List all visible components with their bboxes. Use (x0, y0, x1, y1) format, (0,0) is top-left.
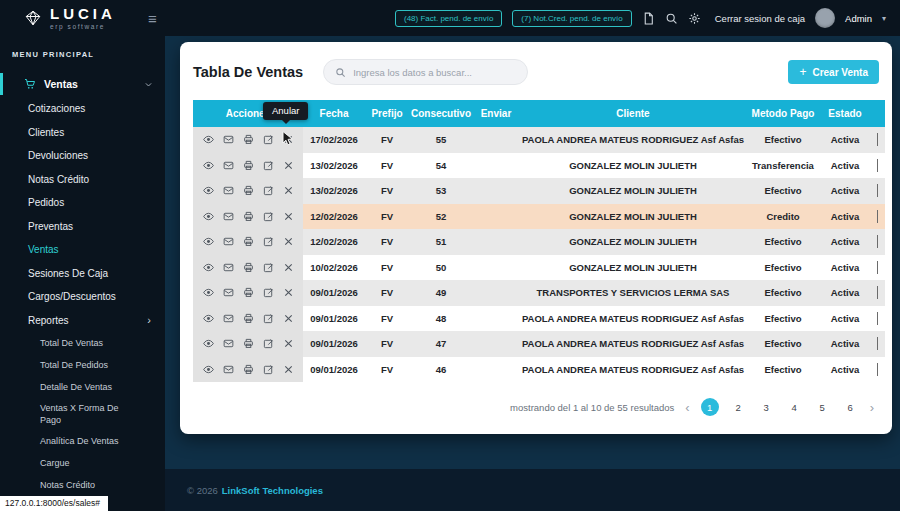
sidebar-item-label: Reportes (28, 315, 69, 326)
print-icon[interactable] (243, 364, 254, 375)
sidebar-item-total-de-pedidos[interactable]: Total De Pedidos (0, 354, 165, 376)
cancel-icon[interactable] (283, 185, 294, 196)
sidebar-item-ventas[interactable]: Ventas (0, 238, 165, 262)
document-icon[interactable] (642, 12, 655, 25)
search-icon[interactable] (665, 12, 678, 25)
page-button-4[interactable]: 4 (786, 399, 803, 416)
sidebar-item-notas-credito[interactable]: Notas Crédito (0, 168, 165, 192)
sidebar-item-total-de-ventas[interactable]: Total De Ventas (0, 332, 165, 354)
view-icon[interactable] (203, 185, 214, 196)
edit-icon[interactable] (263, 262, 274, 273)
print-icon[interactable] (243, 287, 254, 298)
sidebar-item-ventas[interactable]: Ventas (0, 71, 165, 97)
edit-icon[interactable] (263, 338, 274, 349)
prev-page-chevron[interactable]: ‹ (685, 401, 689, 414)
column-header-enviar: Enviar (473, 108, 519, 119)
view-icon[interactable] (203, 262, 214, 273)
email-icon[interactable] (223, 262, 234, 273)
view-icon[interactable] (203, 287, 214, 298)
print-icon[interactable] (243, 211, 254, 222)
sidebar-item-clientes[interactable]: Clientes (0, 121, 165, 145)
sidebar-item-pedidos[interactable]: Pedidos (0, 191, 165, 215)
menu-toggle-icon[interactable]: ≡ (148, 11, 157, 26)
email-icon[interactable] (223, 313, 234, 324)
email-icon[interactable] (223, 185, 234, 196)
page-button-3[interactable]: 3 (758, 399, 775, 416)
view-icon[interactable] (203, 364, 214, 375)
gear-icon[interactable] (688, 12, 701, 25)
brand-diamond-icon (24, 9, 42, 27)
clipped-column (871, 204, 885, 230)
clipped-column-edge (877, 159, 878, 172)
email-icon[interactable] (223, 160, 234, 171)
cancel-icon[interactable] (283, 262, 294, 273)
search-input[interactable] (353, 67, 516, 78)
page-button-5[interactable]: 5 (814, 399, 831, 416)
sidebar-item-ventas-x-forma-de-pago[interactable]: Ventas X Forma De Pago (0, 398, 165, 430)
view-icon[interactable] (203, 236, 214, 247)
edit-icon[interactable] (263, 134, 274, 145)
pending-credit-notes-badge[interactable]: (7) Not.Cred. pend. de envío (512, 10, 631, 27)
email-icon[interactable] (223, 211, 234, 222)
edit-icon[interactable] (263, 160, 274, 171)
view-icon[interactable] (203, 338, 214, 349)
page-button-1[interactable]: 1 (701, 398, 719, 416)
email-icon[interactable] (223, 236, 234, 247)
email-icon[interactable] (223, 338, 234, 349)
page-button-6[interactable]: 6 (842, 399, 859, 416)
pending-invoices-badge[interactable]: (48) Fact. pend. de envío (395, 10, 502, 27)
next-page-chevron[interactable]: › (870, 401, 874, 414)
edit-icon[interactable] (263, 211, 274, 222)
view-icon[interactable] (203, 211, 214, 222)
sidebar-item-detalle-de-ventas[interactable]: Detalle De Ventas (0, 376, 165, 398)
email-icon[interactable] (223, 134, 234, 145)
cancel-icon[interactable] (283, 287, 294, 298)
edit-icon[interactable] (263, 364, 274, 375)
print-icon[interactable] (243, 185, 254, 196)
sidebar-item-analitica-de-ventas[interactable]: Analítica De Ventas (0, 430, 165, 452)
cancel-icon[interactable] (283, 236, 294, 247)
edit-icon[interactable] (263, 236, 274, 247)
sidebar-item-cotizaciones[interactable]: Cotizaciones (0, 97, 165, 121)
cancel-icon[interactable] (283, 364, 294, 375)
edit-icon[interactable] (263, 185, 274, 196)
cancel-icon[interactable] (283, 313, 294, 324)
table-row: 10/02/2026FV50GONZALEZ MOLIN JULIETHEfec… (193, 255, 885, 281)
sidebar-item-devoluciones[interactable]: Devoluciones (0, 144, 165, 168)
edit-icon[interactable] (263, 313, 274, 324)
avatar[interactable] (815, 8, 835, 28)
sidebar-item-sesiones-de-caja[interactable]: Sesiones De Caja (0, 262, 165, 286)
cancel-icon[interactable] (283, 338, 294, 349)
edit-icon[interactable] (263, 287, 274, 298)
mouse-cursor (281, 130, 294, 147)
view-icon[interactable] (203, 313, 214, 324)
email-icon[interactable] (223, 364, 234, 375)
print-icon[interactable] (243, 338, 254, 349)
email-icon[interactable] (223, 287, 234, 298)
close-session-link[interactable]: Cerrar sesion de caja (715, 13, 805, 24)
search-box[interactable] (323, 59, 528, 85)
brand-logo[interactable]: LUCIA erp software (0, 6, 148, 30)
print-icon[interactable] (243, 134, 254, 145)
sidebar-item-preventas[interactable]: Preventas (0, 215, 165, 239)
print-icon[interactable] (243, 313, 254, 324)
chevron-down-icon[interactable]: ▾ (882, 14, 886, 23)
print-icon[interactable] (243, 160, 254, 171)
sidebar-item-cargue[interactable]: Cargue (0, 452, 165, 474)
sidebar-item-notas-credito[interactable]: Notas Crédito (0, 474, 165, 496)
print-icon[interactable] (243, 236, 254, 247)
sidebar-item-cargos-descuentos[interactable]: Cargos/Descuentos (0, 285, 165, 309)
print-icon[interactable] (243, 262, 254, 273)
view-icon[interactable] (203, 160, 214, 171)
page-button-2[interactable]: 2 (730, 399, 747, 416)
row-actions (193, 255, 303, 281)
brand-tagline: erp software (50, 23, 116, 30)
sidebar-item-label: Cargos/Descuentos (28, 291, 116, 302)
main-area: Tabla De Ventas + Crear Venta AccionesFe… (165, 36, 900, 511)
sidebar-item-reportes[interactable]: Reportes› (0, 309, 165, 333)
view-icon[interactable] (203, 134, 214, 145)
create-sale-button[interactable]: + Crear Venta (788, 60, 879, 84)
cancel-icon[interactable] (283, 160, 294, 171)
cancel-icon[interactable] (283, 211, 294, 222)
footer-brand-link[interactable]: LinkSoft Technologies (222, 485, 323, 496)
